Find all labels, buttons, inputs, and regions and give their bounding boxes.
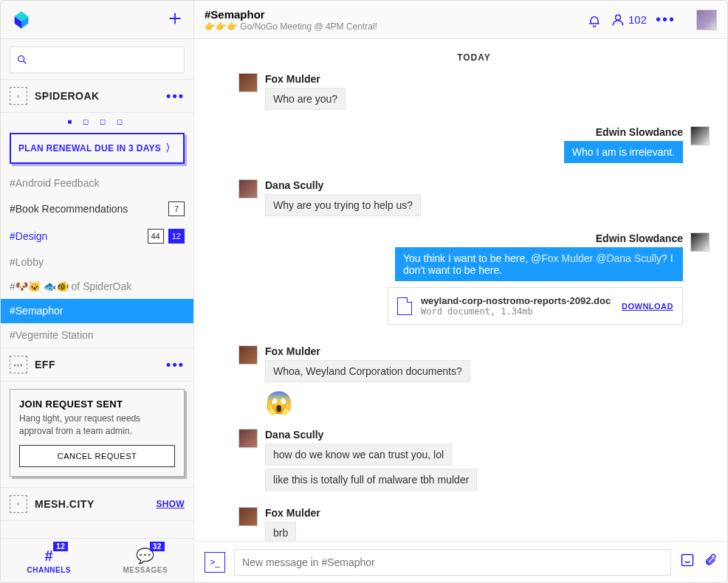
chat-scroll: TODAY Fox Mulder Who are you? Edwin Slow… [194, 39, 727, 541]
banner-text: PLAN RENEWAL DUE IN 3 DAYS [18, 143, 161, 153]
avatar [690, 232, 710, 252]
channel-vegemite[interactable]: #Vegemite Station [1, 323, 193, 348]
channels-badge: 12 [53, 542, 68, 551]
hash-icon: # [44, 548, 53, 565]
search-icon [16, 54, 28, 66]
reaction-emoji: 😱 [265, 390, 470, 415]
add-icon[interactable] [167, 8, 183, 32]
download-link[interactable]: DOWNLOAD [622, 302, 673, 311]
channel-android[interactable]: #Android Feedback [1, 171, 193, 196]
team-spideroak-header[interactable]: ◦ SPIDEROAK ••• [1, 79, 193, 113]
message-bubble: how do we know we can trust you, lol [265, 444, 452, 466]
message: Fox Mulder Who are you? [238, 73, 710, 113]
join-request-card: JOIN REQUEST SENT Hang tight, your reque… [10, 389, 185, 477]
team-label: MESH.CITY [35, 498, 95, 510]
show-link[interactable]: SHOW [156, 499, 185, 509]
pagination-dots: ■ ◻ ◻ ◻ [1, 113, 193, 128]
channel-semaphor[interactable]: #Semaphor [1, 299, 193, 323]
more-icon[interactable]: ••• [656, 11, 676, 28]
file-meta: Word document, 1.34mb [421, 306, 611, 317]
composer: >_ [194, 541, 727, 582]
sender-name: Fox Mulder [265, 507, 320, 519]
message: Dana Scully how do we know we can trust … [238, 429, 710, 494]
team-eff-header[interactable]: ⋯ EFF ••• [1, 348, 193, 382]
members-count: 102 [628, 13, 647, 26]
sender-name: Dana Scully [265, 429, 477, 441]
avatar [238, 507, 258, 526]
avatar [238, 345, 258, 365]
mention[interactable]: @Fox Mulder [531, 252, 593, 264]
attachment[interactable]: weyland-corp-nostromo-reports-2092.doc W… [388, 287, 683, 325]
sidebar-scroll: #Android Feedback #Book Recommendations … [1, 171, 193, 538]
team-menu-icon[interactable]: ••• [166, 89, 185, 104]
team-icon: ◦ [10, 495, 27, 513]
emoji-picker-icon[interactable] [680, 553, 695, 571]
avatar [238, 179, 258, 199]
file-name: weyland-corp-nostromo-reports-2092.doc [421, 295, 611, 306]
sidebar: ◦ SPIDEROAK ••• ■ ◻ ◻ ◻ PLAN RENEWAL DUE… [1, 1, 194, 582]
date-divider: TODAY [238, 52, 710, 63]
channel-emoji[interactable]: #🐶🐱 🐟🐠 of SpiderOak [1, 275, 193, 299]
search-input[interactable] [32, 54, 178, 66]
topbar: #Semaphor 👉👉👉 Go/NoGo Meeting @ 4PM Cent… [194, 1, 727, 39]
avatar [690, 126, 710, 145]
count-badge: 7 [168, 201, 185, 216]
message-bubble: like this is totally full of malware tbh… [265, 469, 477, 491]
message-bubble: Whoa, Weyland Corporation documents? [265, 360, 470, 382]
message-bubble: You think I want to be here, @Fox Mulder… [395, 247, 683, 281]
message-input[interactable] [234, 549, 671, 576]
unread-badge: 12 [168, 229, 185, 244]
message: Edwin Slowdance Who I am is irrelevant. [238, 126, 710, 166]
sender-name: Fox Mulder [265, 73, 346, 85]
team-mesh-header[interactable]: ◦ MESH.CITY SHOW [1, 487, 193, 521]
team-label: EFF [35, 359, 55, 370]
search-row [1, 39, 193, 79]
join-title: JOIN REQUEST SENT [19, 399, 175, 410]
attach-icon[interactable] [704, 553, 717, 571]
mention[interactable]: @Dana Scully [596, 252, 662, 264]
team-icon: ⋯ [10, 356, 27, 373]
sidebar-top [1, 1, 193, 39]
cancel-request-button[interactable]: CANCEL REQUEST [19, 445, 175, 467]
channel-lobby[interactable]: #Lobby [1, 250, 193, 275]
join-body: Hang tight, your request needs approval … [19, 413, 175, 438]
avatar [238, 73, 258, 92]
count-badge: 44 [148, 229, 164, 244]
channel-books[interactable]: #Book Recommendations 7 [1, 196, 193, 223]
message-bubble: Who are you? [265, 88, 346, 110]
messages-badge: 32 [150, 542, 165, 551]
message-bubble: Why are you trying to help us? [265, 194, 421, 216]
sender-name: Fox Mulder [265, 345, 470, 357]
sidebar-tabs: 12 # CHANNELS 32 💬 MESSAGES [1, 538, 193, 582]
tab-label: CHANNELS [27, 566, 71, 574]
tab-messages[interactable]: 32 💬 MESSAGES [97, 539, 194, 582]
svg-rect-2 [682, 555, 693, 566]
message-bubble: Who I am is irrelevant. [564, 141, 683, 163]
svg-point-1 [616, 15, 621, 20]
sender-name: Edwin Slowdance [564, 126, 683, 138]
team-menu-icon[interactable]: ••• [166, 357, 185, 373]
bell-icon[interactable] [587, 13, 602, 27]
message: Fox Mulder Whoa, Weyland Corporation doc… [238, 345, 710, 415]
app-logo [11, 10, 32, 30]
message-bubble: brb [265, 522, 296, 541]
message: Fox Mulder brb [238, 507, 710, 541]
renewal-banner[interactable]: PLAN RENEWAL DUE IN 3 DAYS 〉 [10, 133, 185, 164]
members-icon[interactable]: 102 [611, 13, 647, 27]
current-user-avatar[interactable] [696, 10, 717, 30]
channel-design[interactable]: #Design 44 12 [1, 223, 193, 250]
channel-title: #Semaphor [205, 8, 377, 21]
channel-subtitle: 👉👉👉 Go/NoGo Meeting @ 4PM Central! [205, 21, 377, 32]
avatar [238, 429, 258, 448]
command-icon[interactable]: >_ [205, 552, 225, 573]
tab-channels[interactable]: 12 # CHANNELS [1, 539, 97, 582]
team-label: SPIDEROAK [35, 90, 100, 102]
sender-name: Dana Scully [265, 179, 421, 191]
svg-point-0 [18, 56, 24, 62]
search-box[interactable] [10, 46, 185, 73]
message: Edwin Slowdance You think I want to be h… [238, 232, 710, 325]
tab-label: MESSAGES [123, 566, 168, 574]
file-icon [397, 297, 412, 315]
team-icon: ◦ [10, 87, 27, 105]
main: #Semaphor 👉👉👉 Go/NoGo Meeting @ 4PM Cent… [194, 1, 727, 582]
